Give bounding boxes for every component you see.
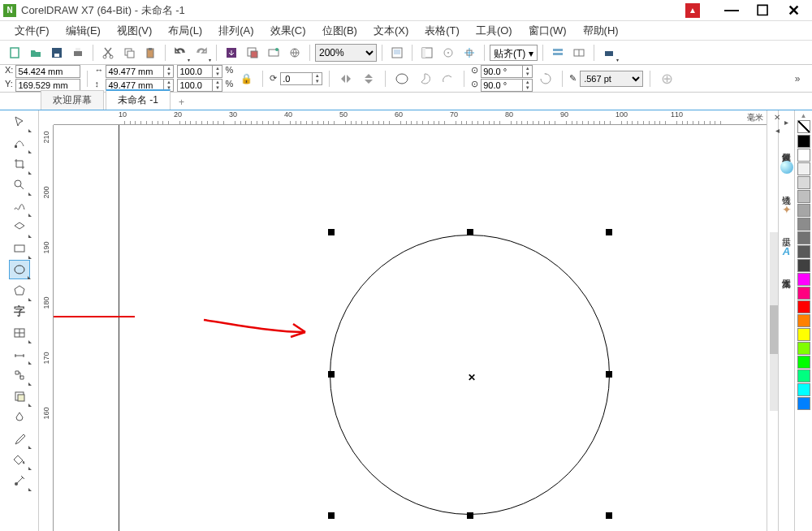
connector-tool[interactable]: [9, 365, 30, 385]
snap-dropdown[interactable]: 贴齐(T) ▾: [490, 45, 538, 61]
crop-tool[interactable]: [9, 154, 30, 174]
scrollbar-thumb[interactable]: [770, 305, 778, 354]
menu-arrange[interactable]: 排列(A): [210, 22, 261, 40]
maximize-button[interactable]: ☐: [752, 2, 773, 19]
vertical-ruler[interactable]: 210200190180170160: [39, 125, 54, 531]
start-angle-input[interactable]: [481, 65, 523, 78]
canvas[interactable]: ✕: [54, 125, 767, 531]
rectangle-tool[interactable]: [9, 239, 30, 258]
undo-button[interactable]: ▾: [171, 43, 190, 63]
paste-button[interactable]: [140, 43, 160, 63]
copy-button[interactable]: [119, 43, 139, 63]
import-button[interactable]: [222, 43, 241, 63]
scale-y-spinner[interactable]: ▲▼: [213, 79, 222, 92]
menu-edit[interactable]: 编辑(E): [58, 22, 109, 40]
color-swatch[interactable]: [797, 204, 810, 217]
zoom-tool[interactable]: [9, 175, 30, 195]
app-launcher-button[interactable]: ▾: [599, 43, 619, 63]
menu-text[interactable]: 文本(X): [365, 22, 417, 40]
color-swatch[interactable]: [797, 314, 810, 327]
open-button[interactable]: [26, 43, 45, 63]
menu-tools[interactable]: 工具(O): [468, 22, 520, 40]
new-button[interactable]: [5, 43, 24, 63]
pick-tool[interactable]: [9, 112, 30, 132]
palette-up-button[interactable]: ▲: [801, 112, 807, 119]
dimension-tool[interactable]: [9, 344, 30, 364]
end-angle-spinner[interactable]: ▲▼: [523, 79, 533, 92]
width-spinner[interactable]: ▲▼: [164, 65, 174, 78]
lock-ratio-button[interactable]: 🔒: [236, 69, 256, 88]
add-button[interactable]: ⊕: [657, 69, 676, 88]
rulers-button[interactable]: [417, 43, 437, 63]
overflow-button[interactable]: »: [788, 69, 807, 88]
scale-x-input[interactable]: [177, 65, 213, 78]
fill-tool[interactable]: [9, 450, 30, 469]
x-position-input[interactable]: [15, 65, 80, 78]
tab-welcome[interactable]: 欢迎屏幕: [41, 90, 104, 110]
outline-tool[interactable]: [9, 471, 30, 490]
menu-view[interactable]: 视图(V): [109, 22, 160, 40]
menu-bitmap[interactable]: 位图(B): [314, 22, 365, 40]
cut-button[interactable]: [98, 43, 118, 63]
shape-tool[interactable]: [9, 133, 30, 153]
zoom-level-select[interactable]: 200%: [315, 44, 377, 62]
start-angle-spinner[interactable]: ▲▼: [523, 65, 533, 78]
color-swatch[interactable]: [797, 383, 810, 396]
color-swatch[interactable]: [797, 273, 810, 286]
rotation-spinner[interactable]: ▲▼: [313, 72, 322, 85]
publish-button[interactable]: [264, 43, 283, 63]
minimize-button[interactable]: —: [721, 2, 742, 19]
color-swatch[interactable]: [797, 356, 810, 369]
horizontal-ruler[interactable]: 毫米 102030405060708090100110: [54, 110, 767, 125]
rotation-input[interactable]: [280, 72, 313, 85]
handle-nw[interactable]: [328, 229, 335, 235]
scale-x-spinner[interactable]: ▲▼: [213, 65, 222, 78]
text-tool[interactable]: 字: [9, 302, 30, 322]
save-button[interactable]: [47, 43, 67, 63]
ellipse-button[interactable]: [392, 69, 412, 88]
tab-add-button[interactable]: +: [172, 95, 191, 110]
polygon-tool[interactable]: [9, 281, 30, 300]
mirror-v-button[interactable]: [359, 69, 378, 88]
color-swatch[interactable]: [797, 397, 810, 410]
color-swatch[interactable]: [797, 149, 810, 162]
direction-button[interactable]: [536, 69, 555, 88]
color-swatch[interactable]: [797, 287, 810, 300]
menu-window[interactable]: 窗口(W): [520, 22, 575, 40]
docker-expand-icon[interactable]: ▸: [777, 112, 797, 132]
grid-button[interactable]: [438, 43, 458, 63]
handle-n[interactable]: [467, 229, 473, 235]
link-button[interactable]: [285, 43, 304, 63]
handle-w[interactable]: [328, 371, 335, 378]
color-swatch[interactable]: [797, 245, 810, 258]
options-button[interactable]: [548, 43, 568, 63]
launch-button[interactable]: [569, 43, 589, 63]
print-button[interactable]: [68, 43, 88, 63]
color-swatch[interactable]: [797, 135, 810, 148]
color-swatch[interactable]: [797, 218, 810, 231]
swatch-none[interactable]: [797, 120, 810, 133]
smart-fill-tool[interactable]: [9, 218, 30, 237]
menu-effect[interactable]: 效果(C): [262, 22, 314, 40]
user-icon[interactable]: ▲: [685, 3, 700, 18]
color-swatch[interactable]: [797, 162, 810, 175]
handle-s[interactable]: [467, 512, 473, 519]
end-angle-input[interactable]: [481, 79, 523, 92]
scale-y-input[interactable]: [177, 79, 213, 92]
export-button[interactable]: [243, 43, 262, 63]
menu-layout[interactable]: 布局(L): [160, 22, 210, 40]
redo-button[interactable]: ▾: [192, 43, 211, 63]
color-swatch[interactable]: [797, 342, 810, 355]
menu-file[interactable]: 文件(F): [6, 22, 58, 40]
color-swatch[interactable]: [797, 328, 810, 341]
eyedropper-tool[interactable]: [9, 429, 30, 448]
outline-width-select[interactable]: .567 pt: [580, 71, 643, 87]
pie-button[interactable]: [415, 69, 434, 88]
handle-ne[interactable]: [606, 229, 612, 235]
ellipse-tool[interactable]: [9, 260, 30, 279]
freehand-tool[interactable]: [9, 196, 30, 216]
handle-e[interactable]: [606, 371, 612, 378]
color-swatch[interactable]: [797, 369, 810, 382]
fullscreen-button[interactable]: [387, 43, 407, 63]
transparency-tool[interactable]: [9, 408, 30, 427]
